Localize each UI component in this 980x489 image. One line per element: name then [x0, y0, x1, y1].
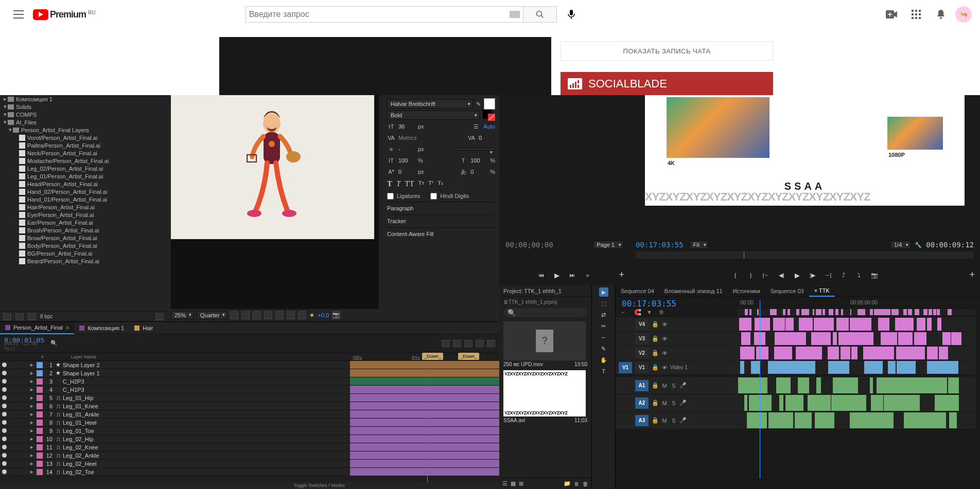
- show-chat-replay-button[interactable]: ПОКАЗАТЬ ЗАПИСЬ ЧАТА: [561, 41, 773, 61]
- search-input[interactable]: [249, 10, 510, 19]
- pr-audio-track-header[interactable]: A1🔒MS🎤: [616, 377, 737, 394]
- list-view-icon[interactable]: ☰: [502, 480, 507, 487]
- italic-button[interactable]: T: [396, 179, 400, 188]
- ae-tl-tool-icon[interactable]: [453, 340, 461, 347]
- new-bin-icon[interactable]: 📁: [564, 480, 571, 487]
- pr-source-timecode[interactable]: 00;00;00;00: [505, 241, 553, 249]
- pr-time-ruler[interactable]: :00:00 00:05:00:00: [737, 300, 976, 310]
- ae-vscale-value[interactable]: 100: [398, 157, 415, 164]
- apps-button[interactable]: [906, 4, 926, 25]
- pr-program-scrubber[interactable]: [636, 251, 974, 259]
- ae-caf-panel-header[interactable]: Content-Aware Fill: [387, 227, 495, 240]
- ae-stroke-style-dropdown[interactable]: [454, 148, 495, 151]
- pr-playhead[interactable]: [760, 300, 760, 479]
- pr-project-item[interactable]: YZXYZXYZXYZXYZXYZXYZXYZYZXYZXYZXYZXYZXYZ…: [503, 370, 587, 423]
- ae-proj-trash-icon[interactable]: [155, 313, 164, 320]
- ae-tl-tool-icon[interactable]: [487, 340, 495, 347]
- ae-tsume-value[interactable]: 0: [470, 169, 487, 175]
- hand-tool-icon[interactable]: ✋: [599, 355, 608, 365]
- pr-video-track-header[interactable]: V1V1🔒👁Video 1: [616, 360, 737, 375]
- ae-tl-tool-icon[interactable]: [464, 340, 472, 347]
- snap-icon[interactable]: ⌐: [622, 309, 630, 317]
- lift-icon[interactable]: ⤴: [838, 270, 849, 280]
- pr-audio-track-header[interactable]: A3🔒MS🎤: [616, 412, 737, 429]
- type-tool-icon[interactable]: T: [599, 367, 608, 376]
- ae-canvas[interactable]: [171, 95, 379, 309]
- ae-project-item[interactable]: Mustache/Person_Artist_Final.ai: [0, 157, 167, 165]
- wrench-icon[interactable]: 🔧: [915, 242, 922, 248]
- pr-sequence-tab[interactable]: Sequence 03: [765, 285, 809, 297]
- pr-video-track-header[interactable]: V2🔒👁: [616, 346, 737, 360]
- slip-tool-icon[interactable]: ↔: [599, 333, 608, 342]
- ae-project-item[interactable]: ▾COMPS: [0, 111, 167, 118]
- ae-fill-swatch[interactable]: [484, 98, 495, 110]
- ae-viewer-3d-icon[interactable]: [298, 311, 306, 319]
- play-icon[interactable]: ▶: [551, 270, 563, 280]
- ae-paragraph-panel-header[interactable]: Paragraph: [387, 202, 495, 214]
- pr-video-track-header[interactable]: V4🔒👁: [616, 317, 737, 332]
- notifications-button[interactable]: [931, 4, 951, 25]
- ae-viewer-guide-icon[interactable]: [253, 311, 261, 319]
- play-icon[interactable]: ▶: [792, 270, 803, 280]
- add-button-icon[interactable]: +: [619, 269, 624, 280]
- ae-no-stroke-swatch[interactable]: [488, 114, 495, 121]
- extract-icon[interactable]: ⤵: [853, 270, 865, 280]
- ae-font-style-dropdown[interactable]: Bold: [387, 111, 480, 120]
- ae-project-item[interactable]: ▸Композиция 1: [0, 95, 167, 103]
- hamburger-menu-icon[interactable]: [8, 4, 29, 25]
- pr-video-track-lane[interactable]: [737, 346, 976, 360]
- ae-project-item[interactable]: Leg_02/Person_Artist_Final.ai: [0, 165, 167, 172]
- pr-project-item[interactable]: 250 мс UPD.mov13:50: [503, 321, 587, 367]
- linked-sel-icon[interactable]: 🧲: [634, 309, 642, 317]
- add-button-icon[interactable]: +: [969, 269, 975, 280]
- ae-stroke-value[interactable]: -: [398, 146, 415, 152]
- ae-viewer-mask-icon[interactable]: [264, 311, 272, 319]
- icon-view-icon[interactable]: ▦: [511, 480, 516, 487]
- ae-project-item[interactable]: Hand_01/Person_Artist_Final.ai: [0, 195, 167, 203]
- ae-proj-folder-icon[interactable]: [15, 313, 24, 320]
- pr-fit-dropdown[interactable]: Fit: [690, 241, 708, 249]
- ae-project-item[interactable]: ▾Solids: [0, 103, 167, 111]
- ae-tl-tool-icon[interactable]: [476, 340, 484, 347]
- ae-project-item[interactable]: BG/Person_Artist_Final.ai: [0, 249, 167, 257]
- ae-project-item[interactable]: Hand_02/Person_Artist_Final.ai: [0, 188, 167, 195]
- selection-tool-icon[interactable]: ▶: [599, 287, 608, 297]
- pr-overview-strip[interactable]: [737, 309, 976, 315]
- pr-video-track-lane[interactable]: [737, 317, 976, 332]
- ae-quality-dropdown[interactable]: Quarter: [197, 311, 227, 319]
- ae-project-item[interactable]: Brow/Person_Artist_Final.ai: [0, 234, 167, 242]
- new-item-icon[interactable]: 🗎: [574, 481, 580, 487]
- ae-exposure-value[interactable]: +0,0: [318, 312, 329, 318]
- pr-audio-track-lane[interactable]: [737, 377, 976, 394]
- ae-proj-interpret-icon[interactable]: [3, 313, 11, 320]
- voice-search-button[interactable]: [561, 4, 582, 25]
- ae-proj-comp-icon[interactable]: [28, 313, 36, 320]
- step-back-icon[interactable]: ◀|: [776, 270, 787, 280]
- pr-scale-dropdown[interactable]: 1/4: [890, 241, 911, 249]
- pr-sequence-tab[interactable]: Источники: [728, 285, 765, 297]
- pr-video-track-lane[interactable]: [737, 360, 976, 375]
- pr-project-search-input[interactable]: [503, 308, 587, 317]
- export-frame-icon[interactable]: 📷: [869, 270, 880, 280]
- next-frame-icon[interactable]: ⏭: [567, 270, 578, 280]
- marker-icon[interactable]: ▼: [646, 309, 655, 317]
- ae-hindi-checkbox[interactable]: Hindi Digits: [430, 193, 469, 200]
- superscript-button[interactable]: T¹: [428, 179, 433, 188]
- ae-project-item[interactable]: Neck/Person_Artist_Final.ai: [0, 149, 167, 157]
- pr-project-tab[interactable]: Project: TTK_1 ehhh_1: [499, 285, 591, 297]
- pr-audio-track-header[interactable]: A2🔒MS🎤: [616, 394, 737, 412]
- pr-video-track-lane[interactable]: [737, 332, 976, 346]
- ae-project-item[interactable]: Hair/Person_Artist_Final.ai: [0, 203, 167, 211]
- more-icon[interactable]: »: [582, 270, 593, 280]
- ae-viewer-grid-icon[interactable]: [241, 311, 250, 319]
- pr-video-track-header[interactable]: V3🔒👁: [616, 332, 737, 346]
- pr-preview-canvas[interactable]: 4K 1080P SSAA XYZXYZXYZXYZXYZXYZXYZXYZXY…: [645, 95, 965, 206]
- ae-tl-tool-icon[interactable]: [442, 340, 450, 347]
- pr-audio-track-lane[interactable]: [737, 394, 976, 412]
- create-button[interactable]: [881, 4, 902, 25]
- mark-in-icon[interactable]: {: [730, 270, 741, 280]
- ae-project-item[interactable]: Ear/Person_Artist_Final.ai: [0, 219, 167, 226]
- ae-project-item[interactable]: Palitra/Person_Artist_Final.ai: [0, 141, 167, 149]
- ae-timecode[interactable]: 0:00:01:05 00030 (25.00 fps): [0, 334, 46, 352]
- ae-project-item[interactable]: ▾AI_Files: [0, 118, 167, 126]
